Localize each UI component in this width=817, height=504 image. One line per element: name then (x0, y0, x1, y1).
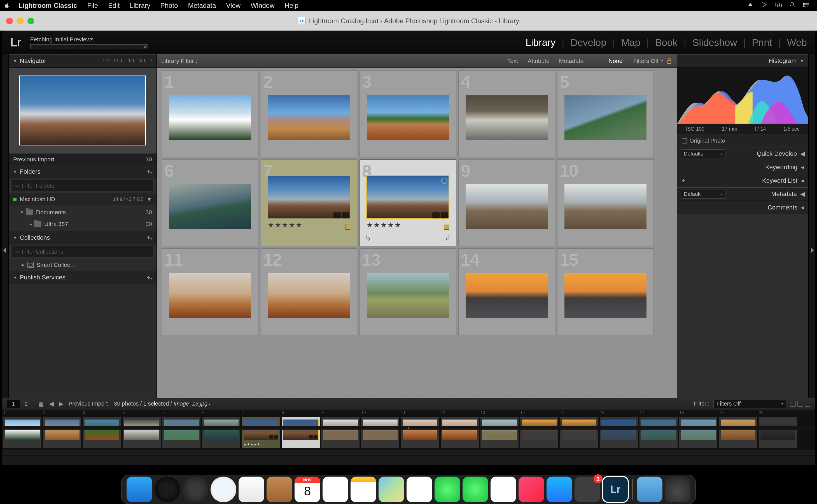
dock-contacts-icon[interactable] (267, 477, 292, 502)
nav-fwd-button[interactable]: ▶ (59, 400, 64, 408)
menu-library[interactable]: Library (124, 2, 155, 10)
filter-tab-text[interactable]: Text (507, 58, 518, 64)
grid-cell[interactable]: 1 (162, 70, 259, 157)
menu-edit[interactable]: Edit (103, 2, 124, 10)
filmstrip-cell[interactable] (43, 417, 81, 448)
grid-cell[interactable]: 7★★★★★ (261, 159, 357, 246)
rating-stars[interactable]: ★★★★★ (268, 221, 303, 229)
checkbox-icon[interactable] (682, 138, 687, 143)
grid-cell[interactable]: 14 (458, 248, 555, 335)
nav-back-button[interactable]: ◀ (49, 400, 54, 408)
folders-filter-input[interactable]: Filter Folders (12, 180, 153, 191)
module-library[interactable]: Library (525, 37, 555, 48)
filmstrip-cell[interactable] (600, 417, 638, 448)
keywording-header[interactable]: Keywording◀ (677, 161, 808, 174)
folder-row[interactable]: ▸ Ultra 387 30 (9, 218, 156, 230)
grid-cell[interactable]: 12 (261, 248, 357, 335)
menu-metadata[interactable]: Metadata (183, 2, 221, 10)
filmstrip-cell[interactable] (759, 417, 797, 448)
grid-cell[interactable]: 9 (458, 159, 555, 246)
dock-preferences-icon[interactable]: 1 (574, 477, 600, 502)
dock-news-icon[interactable] (490, 477, 516, 502)
filmstrip-cell[interactable] (321, 417, 360, 448)
left-panel-toggle[interactable] (2, 54, 8, 446)
filter-tab-metadata[interactable]: Metadata (559, 58, 584, 64)
filmstrip-resize-handle[interactable]: ▲ (2, 426, 815, 430)
screen-1[interactable]: 1 (7, 400, 20, 408)
folders-add-button[interactable]: +▾ (146, 168, 152, 176)
quick-collection-icon[interactable] (441, 178, 447, 184)
module-develop[interactable]: Develop (570, 37, 606, 48)
filmstrip-filter-select[interactable]: Filters Off▾ (713, 400, 786, 408)
dock-messages-icon[interactable] (435, 477, 460, 502)
module-web[interactable]: Web (787, 37, 807, 48)
filmstrip-cell[interactable] (123, 417, 161, 448)
comments-header[interactable]: Comments◀ (677, 201, 808, 214)
publish-add-button[interactable]: +▾ (146, 274, 152, 281)
qd-preset-select[interactable]: Defaults▾ (681, 149, 726, 158)
activity-cancel-button[interactable]: ✕ (144, 45, 147, 49)
module-book[interactable]: Book (655, 37, 678, 48)
dock-lightroom-icon[interactable]: Lr (602, 477, 628, 502)
filter-tab-attribute[interactable]: Attribute (527, 58, 549, 64)
nav-1to1[interactable]: 1:1 (128, 58, 135, 64)
status-cloud-icon[interactable] (747, 2, 754, 10)
quick-develop-header[interactable]: Defaults▾ Quick Develop◀ (677, 147, 808, 161)
catalog-previous-import[interactable]: Previous Import 30 (9, 153, 156, 165)
navigator-header[interactable]: ▼ Navigator FIT FILL 1:1 3:1 ▾ (9, 54, 156, 68)
dock-downloads-folder-icon[interactable] (637, 477, 663, 502)
histogram[interactable] (677, 68, 808, 124)
screen-2[interactable]: 2 (20, 400, 33, 408)
status-spotlight-icon[interactable] (789, 2, 796, 10)
navigator-preview[interactable] (9, 68, 156, 153)
rotate-cw-icon[interactable]: ↲ (444, 233, 451, 242)
chevron-down-icon[interactable]: ▾ (150, 58, 152, 64)
collections-header[interactable]: ▼ Collections +▾ (9, 231, 156, 244)
disclosure-triangle-icon[interactable]: ▸ (30, 222, 32, 226)
grid-view[interactable]: 1234567★★★★★8★★★★★↳↲9101112131415 (157, 68, 677, 428)
dock-facetime-icon[interactable] (462, 477, 488, 502)
filmstrip-cell[interactable] (640, 417, 678, 448)
dock-finder-icon[interactable] (126, 477, 152, 502)
filter-lock-icon[interactable] (666, 58, 673, 64)
collections-add-button[interactable]: +▾ (146, 234, 152, 242)
color-label-icon[interactable] (345, 225, 350, 230)
filmstrip-breadcrumb[interactable]: Previous Import 30 photos / 1 selected /… (69, 401, 211, 407)
volume-row[interactable]: Macintosh HD 14.9 / 42.7 GB ▼ (9, 193, 156, 205)
window-minimize-button[interactable] (17, 18, 23, 24)
smart-collections-row[interactable]: ▶ Smart Collec… (9, 259, 156, 271)
filters-preset-menu[interactable]: Filters Off▾ (633, 58, 663, 64)
filmstrip-cell[interactable] (162, 417, 200, 448)
nav-fill[interactable]: FILL (114, 58, 124, 64)
dock-launchpad-icon[interactable] (182, 477, 208, 502)
window-close-button[interactable] (6, 18, 13, 24)
rating-stars[interactable]: ★★★★★ (367, 221, 402, 229)
grid-cell[interactable]: 4 (458, 70, 555, 157)
dock-siri-icon[interactable] (154, 477, 180, 502)
disclosure-triangle-icon[interactable]: ▶ (22, 263, 25, 267)
dock-safari-icon[interactable] (211, 477, 236, 502)
filmstrip-cell[interactable] (480, 417, 518, 448)
menu-help[interactable]: Help (280, 2, 304, 10)
status-bluetooth-icon[interactable] (761, 2, 768, 10)
grid-cell[interactable]: 15 (557, 248, 654, 335)
filmstrip-cell[interactable] (3, 417, 41, 448)
histogram-header[interactable]: Histogram▼ (677, 54, 808, 68)
metadata-preset-select[interactable]: Default▾ (681, 190, 726, 199)
activity-viewer[interactable]: Fetching Initial Previews ✕ (30, 36, 148, 49)
status-controlcenter-icon[interactable] (803, 2, 810, 10)
dock-appstore-icon[interactable] (546, 477, 572, 502)
right-panel-toggle[interactable] (809, 54, 815, 446)
filter-tab-none[interactable]: None (608, 58, 623, 64)
grid-cell[interactable]: 2 (261, 70, 357, 157)
module-map[interactable]: Map (621, 37, 640, 48)
grid-toggle-icon[interactable]: ▦ (38, 400, 44, 408)
menubar-app-name[interactable]: Lightroom Classic (13, 2, 82, 10)
collections-filter-input[interactable]: Filter Collections (12, 246, 153, 257)
folder-row[interactable]: ▼ Documents 30 (9, 206, 156, 218)
nav-fit[interactable]: FIT (102, 58, 110, 64)
filmstrip-flag-filters[interactable] (790, 401, 810, 407)
filmstrip-cell[interactable]: ★★★★★ (282, 417, 320, 448)
rotate-ccw-icon[interactable]: ↳ (365, 233, 371, 242)
dock-maps-icon[interactable] (379, 477, 404, 502)
